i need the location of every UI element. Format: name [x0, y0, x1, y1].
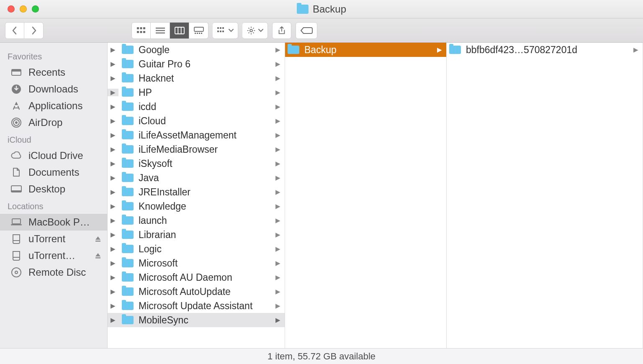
sidebar-item-airdrop[interactable]: AirDrop: [0, 114, 107, 131]
folder-icon: [122, 273, 134, 282]
sidebar-item-icloud-drive[interactable]: iCloud Drive: [0, 147, 107, 164]
folder-icon: [122, 287, 134, 296]
column-2[interactable]: Backup▶: [285, 43, 447, 348]
sidebar-item-downloads[interactable]: Downloads: [0, 81, 107, 97]
back-button[interactable]: [5, 22, 24, 39]
svg-rect-40: [12, 219, 21, 224]
folder-row[interactable]: ▶iLifeMediaBrowser▶: [108, 142, 285, 156]
close-window-button[interactable]: [8, 5, 15, 13]
svg-rect-15: [199, 33, 200, 34]
folder-row[interactable]: ▶Microsoft AU Daemon▶: [108, 270, 285, 285]
folder-icon: [449, 46, 461, 54]
folder-row[interactable]: ▶Microsoft Update Assistant▶: [108, 299, 285, 313]
folder-row[interactable]: ▶Java▶: [108, 171, 285, 185]
sidebar-item-recents[interactable]: Recents: [0, 64, 107, 81]
sidebar-heading-locations: Locations: [0, 197, 107, 214]
folder-name: Knowledge: [139, 201, 272, 212]
svg-rect-16: [201, 33, 202, 34]
svg-rect-7: [156, 30, 165, 31]
tags-button[interactable]: [296, 22, 317, 39]
download-icon: [10, 84, 23, 95]
column-3[interactable]: bbfb6df423…570827201d▶: [447, 43, 643, 348]
eject-icon[interactable]: [95, 233, 101, 245]
folder-name: iCloud: [139, 115, 272, 127]
chevron-right-icon: ▶: [275, 89, 280, 96]
folder-row[interactable]: ▶Logic▶: [108, 242, 285, 256]
chevron-right-icon: ▶: [275, 217, 280, 224]
svg-point-47: [15, 271, 18, 274]
svg-rect-0: [137, 27, 139, 29]
status-bar: 1 item, 55.72 GB available: [0, 348, 643, 364]
sidebar-item-applications[interactable]: Applications: [0, 97, 107, 114]
folder-row[interactable]: ▶Google▶: [108, 43, 285, 57]
sidebar-item-utorrent-1[interactable]: uTorrent: [0, 231, 107, 247]
disclosure-triangle-icon: ▶: [108, 89, 118, 96]
sidebar-item-label: iCloud Drive: [28, 150, 83, 161]
minimize-window-button[interactable]: [20, 5, 27, 13]
chevron-right-icon: ▶: [275, 203, 280, 210]
svg-rect-1: [140, 27, 142, 29]
chevron-right-icon: ▶: [275, 188, 280, 196]
folder-row[interactable]: ▶JREInstaller▶: [108, 185, 285, 199]
folder-name: JREInstaller: [139, 187, 272, 198]
action-menu-button[interactable]: [242, 22, 268, 39]
sidebar-item-desktop[interactable]: Desktop: [0, 181, 107, 197]
main-area: Favorites Recents Downloads Applications…: [0, 43, 643, 348]
folder-row[interactable]: ▶Guitar Pro 6▶: [108, 57, 285, 71]
folder-row[interactable]: ▶Microsoft AutoUpdate▶: [108, 285, 285, 299]
share-button[interactable]: [272, 22, 291, 39]
folder-icon: [122, 103, 134, 111]
folder-row[interactable]: ▶icdd▶: [108, 100, 285, 114]
column-view-button[interactable]: [170, 22, 189, 39]
chevron-right-icon: ▶: [275, 274, 280, 281]
folder-row[interactable]: ▶Knowledge▶: [108, 199, 285, 213]
window-title-text: Backup: [313, 3, 346, 15]
folder-row[interactable]: ▶iSkysoft▶: [108, 156, 285, 171]
zoom-window-button[interactable]: [32, 5, 39, 13]
folder-icon: [122, 245, 134, 253]
folder-row[interactable]: ▶MobileSync▶: [108, 313, 285, 327]
folder-icon: [122, 174, 134, 182]
list-view-button[interactable]: [151, 22, 170, 39]
svg-rect-41: [11, 224, 22, 226]
folder-row[interactable]: ▶Hacknet▶: [108, 71, 285, 85]
column-1[interactable]: ▶Google▶▶Guitar Pro 6▶▶Hacknet▶▶HP▶▶icdd…: [108, 43, 285, 348]
sidebar-item-macbook[interactable]: MacBook P…: [0, 214, 107, 231]
folder-row[interactable]: ▶iCloud▶: [108, 114, 285, 128]
svg-line-29: [253, 32, 254, 33]
folder-icon: [297, 5, 309, 14]
chevron-right-icon: ▶: [275, 245, 280, 253]
folder-row[interactable]: Backup▶: [285, 43, 446, 57]
folder-row[interactable]: ▶iLifeAssetManagement▶: [108, 128, 285, 142]
icon-view-button[interactable]: [131, 22, 151, 39]
sidebar-item-documents[interactable]: Documents: [0, 164, 107, 181]
folder-icon: [288, 46, 299, 54]
sidebar-item-label: Applications: [28, 100, 82, 112]
chevron-right-icon: ▶: [275, 316, 280, 324]
folder-icon: [122, 145, 134, 154]
folder-row[interactable]: ▶HP▶: [108, 85, 285, 100]
eject-icon[interactable]: [95, 250, 101, 261]
forward-button[interactable]: [24, 22, 44, 39]
folder-icon: [122, 159, 134, 168]
folder-name: Google: [139, 44, 272, 56]
disclosure-triangle-icon: ▶: [108, 259, 118, 267]
folder-row[interactable]: ▶Librarian▶: [108, 228, 285, 242]
folder-row[interactable]: ▶Microsoft▶: [108, 256, 285, 270]
disk-icon: [10, 233, 23, 244]
chevron-right-icon: ▶: [275, 60, 280, 68]
window-controls: [8, 5, 39, 13]
folder-row[interactable]: ▶launch▶: [108, 213, 285, 228]
gallery-view-button[interactable]: [189, 22, 208, 39]
sidebar-item-utorrent-2[interactable]: uTorrent…: [0, 247, 107, 264]
group-by-button[interactable]: [213, 22, 238, 39]
disclosure-triangle-icon: ▶: [108, 316, 118, 324]
folder-row[interactable]: bbfb6df423…570827201d▶: [447, 43, 643, 57]
column-view: ▶Google▶▶Guitar Pro 6▶▶Hacknet▶▶HP▶▶icdd…: [108, 43, 643, 348]
sidebar-item-remote-disc[interactable]: Remote Disc: [0, 264, 107, 281]
chevron-right-icon: ▶: [275, 160, 280, 167]
disclosure-triangle-icon: ▶: [108, 274, 118, 281]
svg-rect-2: [143, 27, 145, 29]
sidebar-item-label: AirDrop: [28, 117, 62, 128]
chevron-right-icon: ▶: [275, 231, 280, 238]
